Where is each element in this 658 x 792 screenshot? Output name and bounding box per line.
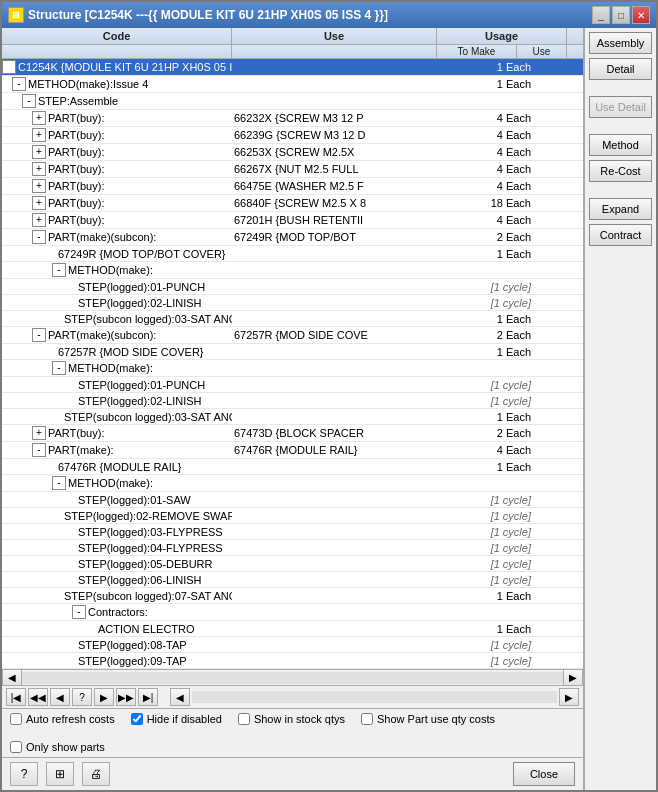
table-row[interactable]: STEP(logged):04-FLYPRESS[1 cycle] <box>2 540 583 556</box>
expand-icon[interactable]: + <box>32 128 46 142</box>
expand-icon[interactable]: + <box>32 179 46 193</box>
hscroll-track[interactable] <box>22 672 563 684</box>
table-row[interactable]: ACTION ELECTRO1 Each <box>2 621 583 637</box>
nav-prev[interactable]: ◀ <box>50 688 70 706</box>
minimize-button[interactable]: _ <box>592 6 610 24</box>
row-tomake: [1 cycle] <box>453 654 533 668</box>
expand-icon[interactable]: + <box>32 162 46 176</box>
recost-button[interactable]: Re-Cost <box>589 160 652 182</box>
nav-next-many[interactable]: ▶▶ <box>116 688 136 706</box>
table-row[interactable]: -METHOD(make): <box>2 262 583 279</box>
detail-button[interactable]: Detail <box>589 58 652 80</box>
table-row[interactable]: STEP(logged):02-LINISH[1 cycle] <box>2 295 583 311</box>
hscroll-area[interactable]: ◀ ▶ <box>2 669 583 685</box>
expand-button[interactable]: Expand <box>589 198 652 220</box>
app-icon: ⊞ <box>8 7 24 23</box>
table-row[interactable]: -Contractors: <box>2 604 583 621</box>
table-row[interactable]: 67257R {MOD SIDE COVER}1 Each <box>2 344 583 360</box>
table-row[interactable]: -PART(make):67476R {MODULE RAIL}4 Each <box>2 442 583 459</box>
row-tomake <box>453 482 533 484</box>
expand-icon[interactable]: - <box>72 605 86 619</box>
table-row[interactable]: STEP(logged):05-DEBURR[1 cycle] <box>2 556 583 572</box>
title-controls[interactable]: _ □ ✕ <box>592 6 650 24</box>
show-stock-checkbox[interactable] <box>238 713 250 725</box>
only-parts-item[interactable]: Only show parts <box>10 741 105 753</box>
auto-refresh-checkbox[interactable] <box>10 713 22 725</box>
table-row[interactable]: 67476R {MODULE RAIL}1 Each <box>2 459 583 475</box>
table-row[interactable]: +PART(buy):66267X {NUT M2.5 FULL4 Each <box>2 161 583 178</box>
expand-icon[interactable]: - <box>52 263 66 277</box>
expand-icon[interactable]: + <box>32 213 46 227</box>
expand-icon[interactable]: - <box>52 476 66 490</box>
table-row[interactable]: -METHOD(make): <box>2 475 583 492</box>
show-part-use-item[interactable]: Show Part use qty costs <box>361 713 495 725</box>
table-row[interactable]: STEP(logged):06-LINISH[1 cycle] <box>2 572 583 588</box>
auto-refresh-item[interactable]: Auto refresh costs <box>10 713 115 725</box>
table-row[interactable]: +PART(buy):66840F {SCREW M2.5 X 818 Each <box>2 195 583 212</box>
maximize-button[interactable]: □ <box>612 6 630 24</box>
table-row[interactable]: +PART(buy):66239G {SCREW M3 12 D4 Each <box>2 127 583 144</box>
table-row[interactable]: +PART(buy):67201H {BUSH RETENTII4 Each <box>2 212 583 229</box>
expand-icon[interactable]: - <box>32 230 46 244</box>
table-row[interactable]: STEP(logged):09-TAP[1 cycle] <box>2 653 583 669</box>
table-row[interactable]: -STEP:Assemble <box>2 93 583 110</box>
nav-prev-many[interactable]: ◀◀ <box>28 688 48 706</box>
nav-last[interactable]: ▶| <box>138 688 158 706</box>
method-button[interactable]: Method <box>589 134 652 156</box>
table-row[interactable]: STEP(logged):01-SAW[1 cycle] <box>2 492 583 508</box>
hide-disabled-item[interactable]: Hide if disabled <box>131 713 222 725</box>
assembly-button[interactable]: Assembly <box>589 32 652 54</box>
table-row[interactable]: STEP(subcon logged):03-SAT ANOD1 Each <box>2 409 583 425</box>
table-row[interactable]: STEP(logged):08-TAP[1 cycle] <box>2 637 583 653</box>
tree-area[interactable]: +C1254K {MODULE KIT 6U 21HP XH0S 05 ISS … <box>2 59 583 669</box>
show-stock-item[interactable]: Show in stock qtys <box>238 713 345 725</box>
table-row[interactable]: STEP(subcon logged):07-SAT ANOD1 Each <box>2 588 583 604</box>
table-row[interactable]: +PART(buy):67473D {BLOCK SPACER2 Each <box>2 425 583 442</box>
table-row[interactable]: +PART(buy):66475E {WASHER M2.5 F4 Each <box>2 178 583 195</box>
hscroll-right[interactable]: ▶ <box>563 669 583 687</box>
nav-unknown[interactable]: ? <box>72 688 92 706</box>
expand-icon[interactable]: + <box>32 196 46 210</box>
expand-icon[interactable]: - <box>32 443 46 457</box>
table-row[interactable]: STEP(logged):03-FLYPRESS[1 cycle] <box>2 524 583 540</box>
only-parts-checkbox[interactable] <box>10 741 22 753</box>
hide-disabled-checkbox[interactable] <box>131 713 143 725</box>
table-row[interactable]: -METHOD(make):Issue 41 Each <box>2 76 583 93</box>
table-row[interactable]: STEP(logged):02-LINISH[1 cycle] <box>2 393 583 409</box>
print-button[interactable]: 🖨 <box>82 762 110 786</box>
close-button[interactable]: Close <box>513 762 575 786</box>
expand-icon[interactable]: + <box>2 60 16 74</box>
table-row[interactable]: +C1254K {MODULE KIT 6U 21HP XH0S 05 ISS … <box>2 59 583 76</box>
hscroll-left2[interactable]: ◀ <box>170 688 190 706</box>
help-button[interactable]: ? <box>10 762 38 786</box>
nav-next[interactable]: ▶ <box>94 688 114 706</box>
hscroll-track2[interactable] <box>192 691 557 703</box>
table-row[interactable]: STEP(logged):02-REMOVE SWARF[1 cycle] <box>2 508 583 524</box>
expand-icon[interactable]: - <box>22 94 36 108</box>
row-use <box>533 531 583 533</box>
expand-icon[interactable]: - <box>12 77 26 91</box>
expand-icon[interactable]: + <box>32 111 46 125</box>
table-row[interactable]: STEP(logged):01-PUNCH[1 cycle] <box>2 377 583 393</box>
nav-first[interactable]: |◀ <box>6 688 26 706</box>
table-row[interactable]: STEP(subcon logged):03-SAT ANOD1 Each <box>2 311 583 327</box>
use-detail-button[interactable]: Use Detail <box>589 96 652 118</box>
table-row[interactable]: -PART(make)(subcon):67249R {MOD TOP/BOT2… <box>2 229 583 246</box>
contract-button[interactable]: Contract <box>589 224 652 246</box>
hscroll-left[interactable]: ◀ <box>2 669 22 687</box>
grid-button[interactable]: ⊞ <box>46 762 74 786</box>
expand-icon[interactable]: + <box>32 426 46 440</box>
table-row[interactable]: STEP(logged):01-PUNCH[1 cycle] <box>2 279 583 295</box>
table-row[interactable]: +PART(buy):66253X {SCREW M2.5X4 Each <box>2 144 583 161</box>
show-part-use-checkbox[interactable] <box>361 713 373 725</box>
expand-icon[interactable]: - <box>32 328 46 342</box>
table-row[interactable]: 67249R {MOD TOP/BOT COVER}1 Each <box>2 246 583 262</box>
table-row[interactable]: +PART(buy):66232X {SCREW M3 12 P4 Each <box>2 110 583 127</box>
window-close-button[interactable]: ✕ <box>632 6 650 24</box>
table-row[interactable]: -PART(make)(subcon):67257R {MOD SIDE COV… <box>2 327 583 344</box>
table-row[interactable]: -METHOD(make): <box>2 360 583 377</box>
expand-icon[interactable]: - <box>52 361 66 375</box>
expand-icon[interactable]: + <box>32 145 46 159</box>
hscroll-right2[interactable]: ▶ <box>559 688 579 706</box>
row-code <box>232 579 453 581</box>
